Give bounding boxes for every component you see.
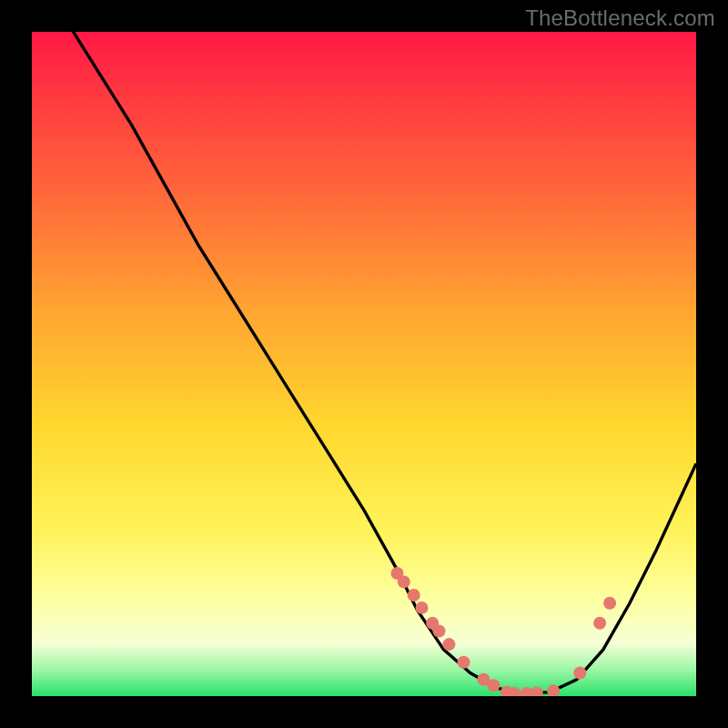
highlight-dot: [573, 667, 586, 680]
highlight-dot: [433, 625, 446, 638]
plot-area: [32, 32, 696, 696]
highlight-dot: [603, 597, 616, 610]
highlight-dot: [531, 686, 543, 696]
highlight-dot: [593, 617, 606, 630]
highlight-dot: [442, 638, 455, 651]
highlight-dot: [408, 589, 420, 602]
highlight-dot: [547, 684, 560, 696]
highlight-dots: [391, 567, 617, 696]
highlight-dot: [398, 575, 410, 588]
highlight-dot: [416, 602, 429, 614]
curve-svg: [32, 32, 696, 696]
chart-frame: TheBottleneck.com: [0, 0, 728, 728]
watermark: TheBottleneck.com: [525, 5, 715, 31]
highlight-dot: [487, 679, 500, 692]
bottleneck-curve: [32, 32, 696, 693]
highlight-dot: [458, 656, 470, 669]
